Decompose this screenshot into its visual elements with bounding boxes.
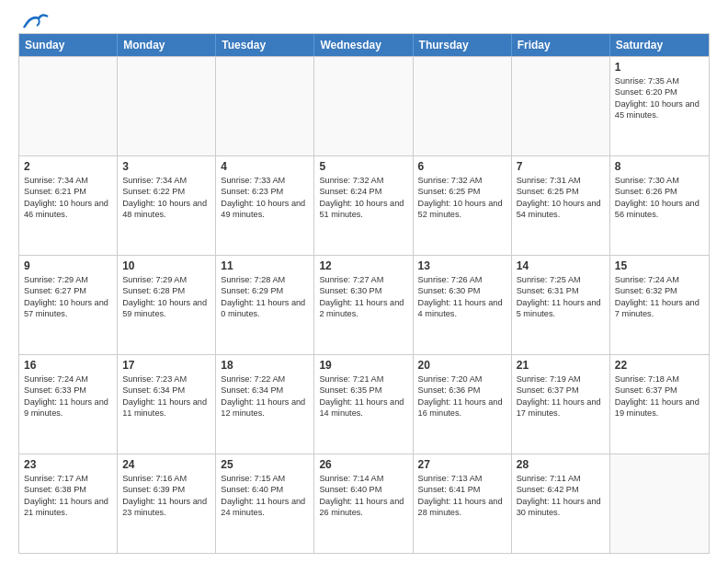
week-row: 1Sunrise: 7:35 AM Sunset: 6:20 PM Daylig… [19, 56, 709, 155]
calendar-cell: 28Sunrise: 7:11 AM Sunset: 6:42 PM Dayli… [512, 454, 610, 553]
day-header: Wednesday [314, 34, 413, 56]
day-headers: SundayMondayTuesdayWednesdayThursdayFrid… [19, 34, 709, 56]
calendar-cell [314, 57, 413, 155]
cell-info: Sunrise: 7:11 AM Sunset: 6:42 PM Dayligh… [517, 473, 605, 519]
cell-info: Sunrise: 7:31 AM Sunset: 6:25 PM Dayligh… [517, 175, 605, 221]
cell-day-number: 3 [122, 160, 210, 173]
cell-day-number: 1 [615, 61, 704, 74]
logo [18, 15, 50, 26]
day-header: Friday [512, 34, 610, 56]
cell-info: Sunrise: 7:15 AM Sunset: 6:40 PM Dayligh… [221, 473, 309, 519]
logo-bird-icon [20, 11, 50, 31]
cell-day-number: 11 [221, 259, 309, 272]
cell-info: Sunrise: 7:29 AM Sunset: 6:28 PM Dayligh… [122, 274, 210, 320]
cell-info: Sunrise: 7:23 AM Sunset: 6:34 PM Dayligh… [122, 373, 210, 419]
cell-day-number: 26 [319, 458, 407, 471]
calendar-cell [610, 454, 709, 553]
cell-day-number: 22 [615, 359, 704, 372]
calendar-cell: 27Sunrise: 7:13 AM Sunset: 6:41 PM Dayli… [414, 454, 512, 553]
cell-info: Sunrise: 7:34 AM Sunset: 6:21 PM Dayligh… [24, 175, 112, 221]
cell-day-number: 20 [418, 359, 506, 372]
week-row: 16Sunrise: 7:24 AM Sunset: 6:33 PM Dayli… [19, 354, 709, 454]
cell-info: Sunrise: 7:13 AM Sunset: 6:41 PM Dayligh… [418, 473, 506, 519]
calendar-cell: 13Sunrise: 7:26 AM Sunset: 6:30 PM Dayli… [414, 256, 512, 354]
day-header: Thursday [414, 34, 512, 56]
cell-info: Sunrise: 7:26 AM Sunset: 6:30 PM Dayligh… [418, 274, 506, 320]
cell-day-number: 8 [615, 160, 704, 173]
cell-info: Sunrise: 7:33 AM Sunset: 6:23 PM Dayligh… [221, 175, 309, 221]
cell-info: Sunrise: 7:32 AM Sunset: 6:24 PM Dayligh… [319, 175, 407, 221]
cell-day-number: 13 [418, 259, 506, 272]
cell-day-number: 18 [221, 359, 309, 372]
cell-info: Sunrise: 7:30 AM Sunset: 6:26 PM Dayligh… [615, 175, 704, 221]
calendar-cell: 25Sunrise: 7:15 AM Sunset: 6:40 PM Dayli… [216, 454, 314, 553]
cell-info: Sunrise: 7:14 AM Sunset: 6:40 PM Dayligh… [319, 473, 407, 519]
day-header: Tuesday [216, 34, 314, 56]
calendar-cell: 5Sunrise: 7:32 AM Sunset: 6:24 PM Daylig… [314, 156, 413, 255]
cell-info: Sunrise: 7:29 AM Sunset: 6:27 PM Dayligh… [24, 274, 112, 320]
cell-day-number: 9 [24, 259, 112, 272]
weeks: 1Sunrise: 7:35 AM Sunset: 6:20 PM Daylig… [19, 56, 709, 553]
day-header: Sunday [19, 34, 118, 56]
calendar-cell: 16Sunrise: 7:24 AM Sunset: 6:33 PM Dayli… [19, 355, 118, 454]
cell-day-number: 14 [517, 259, 605, 272]
cell-info: Sunrise: 7:35 AM Sunset: 6:20 PM Dayligh… [615, 75, 704, 121]
week-row: 23Sunrise: 7:17 AM Sunset: 6:38 PM Dayli… [19, 454, 709, 553]
calendar-cell [512, 57, 610, 155]
calendar-cell [19, 57, 118, 155]
cell-info: Sunrise: 7:19 AM Sunset: 6:37 PM Dayligh… [517, 373, 605, 419]
calendar-cell: 7Sunrise: 7:31 AM Sunset: 6:25 PM Daylig… [512, 156, 610, 255]
calendar-cell: 18Sunrise: 7:22 AM Sunset: 6:34 PM Dayli… [216, 355, 314, 454]
cell-info: Sunrise: 7:17 AM Sunset: 6:38 PM Dayligh… [24, 473, 112, 519]
calendar-cell: 15Sunrise: 7:24 AM Sunset: 6:32 PM Dayli… [610, 256, 709, 354]
cell-day-number: 17 [122, 359, 210, 372]
week-row: 2Sunrise: 7:34 AM Sunset: 6:21 PM Daylig… [19, 155, 709, 255]
calendar-cell: 1Sunrise: 7:35 AM Sunset: 6:20 PM Daylig… [610, 57, 709, 155]
cell-info: Sunrise: 7:22 AM Sunset: 6:34 PM Dayligh… [221, 373, 309, 419]
cell-day-number: 12 [319, 259, 407, 272]
calendar-cell: 4Sunrise: 7:33 AM Sunset: 6:23 PM Daylig… [216, 156, 314, 255]
cell-day-number: 25 [221, 458, 309, 471]
cell-day-number: 15 [615, 259, 704, 272]
calendar-cell: 12Sunrise: 7:27 AM Sunset: 6:30 PM Dayli… [314, 256, 413, 354]
cell-day-number: 10 [122, 259, 210, 272]
cell-info: Sunrise: 7:20 AM Sunset: 6:36 PM Dayligh… [418, 373, 506, 419]
cell-info: Sunrise: 7:24 AM Sunset: 6:32 PM Dayligh… [615, 274, 704, 320]
calendar-cell: 10Sunrise: 7:29 AM Sunset: 6:28 PM Dayli… [118, 256, 216, 354]
calendar-cell: 21Sunrise: 7:19 AM Sunset: 6:37 PM Dayli… [512, 355, 610, 454]
week-row: 9Sunrise: 7:29 AM Sunset: 6:27 PM Daylig… [19, 255, 709, 354]
calendar-cell [414, 57, 512, 155]
cell-day-number: 21 [517, 359, 605, 372]
page: SundayMondayTuesdayWednesdayThursdayFrid… [0, 0, 728, 563]
cell-info: Sunrise: 7:27 AM Sunset: 6:30 PM Dayligh… [319, 274, 407, 320]
cell-day-number: 4 [221, 160, 309, 173]
cell-info: Sunrise: 7:25 AM Sunset: 6:31 PM Dayligh… [517, 274, 605, 320]
cell-day-number: 23 [24, 458, 112, 471]
calendar-cell: 17Sunrise: 7:23 AM Sunset: 6:34 PM Dayli… [118, 355, 216, 454]
cell-day-number: 27 [418, 458, 506, 471]
cell-day-number: 6 [418, 160, 506, 173]
calendar-cell: 2Sunrise: 7:34 AM Sunset: 6:21 PM Daylig… [19, 156, 118, 255]
calendar-cell [216, 57, 314, 155]
day-header: Saturday [610, 34, 709, 56]
calendar-cell: 24Sunrise: 7:16 AM Sunset: 6:39 PM Dayli… [118, 454, 216, 553]
calendar-cell: 19Sunrise: 7:21 AM Sunset: 6:35 PM Dayli… [314, 355, 413, 454]
cell-info: Sunrise: 7:24 AM Sunset: 6:33 PM Dayligh… [24, 373, 112, 419]
cell-day-number: 28 [517, 458, 605, 471]
cell-day-number: 2 [24, 160, 112, 173]
calendar-cell: 26Sunrise: 7:14 AM Sunset: 6:40 PM Dayli… [314, 454, 413, 553]
cell-info: Sunrise: 7:34 AM Sunset: 6:22 PM Dayligh… [122, 175, 210, 221]
cell-day-number: 24 [122, 458, 210, 471]
cell-day-number: 7 [517, 160, 605, 173]
cell-info: Sunrise: 7:32 AM Sunset: 6:25 PM Dayligh… [418, 175, 506, 221]
cell-info: Sunrise: 7:16 AM Sunset: 6:39 PM Dayligh… [122, 473, 210, 519]
calendar-cell: 6Sunrise: 7:32 AM Sunset: 6:25 PM Daylig… [414, 156, 512, 255]
calendar-cell: 22Sunrise: 7:18 AM Sunset: 6:37 PM Dayli… [610, 355, 709, 454]
cell-info: Sunrise: 7:21 AM Sunset: 6:35 PM Dayligh… [319, 373, 407, 419]
calendar-cell: 14Sunrise: 7:25 AM Sunset: 6:31 PM Dayli… [512, 256, 610, 354]
cell-info: Sunrise: 7:28 AM Sunset: 6:29 PM Dayligh… [221, 274, 309, 320]
calendar-cell [118, 57, 216, 155]
calendar-cell: 3Sunrise: 7:34 AM Sunset: 6:22 PM Daylig… [118, 156, 216, 255]
day-header: Monday [118, 34, 216, 56]
calendar-cell: 11Sunrise: 7:28 AM Sunset: 6:29 PM Dayli… [216, 256, 314, 354]
